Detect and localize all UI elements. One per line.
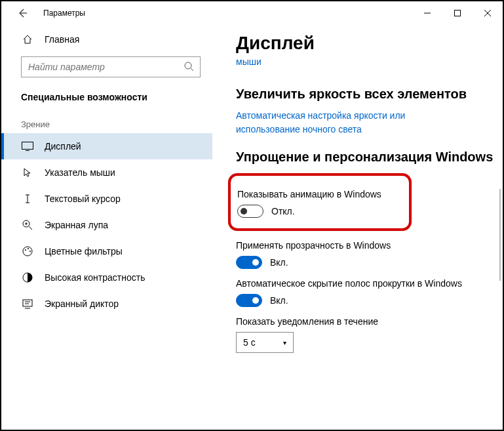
search-input[interactable] xyxy=(21,56,201,77)
sidebar-item-label: Экранный диктор xyxy=(45,298,119,309)
svg-line-5 xyxy=(191,68,193,71)
sidebar-item-narrator[interactable]: Экранный диктор xyxy=(1,291,212,317)
section-simplify-title: Упрощение и персонализация Windows xyxy=(236,148,497,165)
sidebar: Главная Специальные возможности Зрение Д… xyxy=(1,25,212,430)
close-button[interactable] xyxy=(473,3,503,23)
sidebar-item-label: Экранная лупа xyxy=(45,220,108,230)
back-button[interactable] xyxy=(13,4,31,22)
sidebar-item-label: Высокая контрастность xyxy=(45,272,145,283)
setting-scrollbars-label: Автоматическое скрытие полос прокрутки в… xyxy=(236,278,497,289)
cursor-icon xyxy=(21,167,34,178)
toggle-animations[interactable] xyxy=(237,205,263,218)
maximize-button[interactable] xyxy=(442,3,473,23)
contrast-icon xyxy=(21,272,34,283)
sidebar-item-high-contrast[interactable]: Высокая контрастность xyxy=(1,264,212,291)
sidebar-section: Специальные возможности xyxy=(1,80,212,108)
setting-animations-label: Показывать анимацию в Windows xyxy=(237,189,401,199)
setting-notifications-label: Показать уведомления в течение xyxy=(236,316,497,327)
dropdown-value: 5 с xyxy=(243,337,256,348)
narrator-icon xyxy=(21,298,34,309)
link-fragment[interactable]: мыши xyxy=(236,56,497,67)
sidebar-item-mouse-pointer[interactable]: Указатель мыши xyxy=(1,159,212,186)
sidebar-item-text-cursor[interactable]: Текстовый курсор xyxy=(1,186,212,212)
sidebar-home-label: Главная xyxy=(45,34,79,45)
search-icon xyxy=(184,61,194,72)
sidebar-item-magnifier[interactable]: Экранная лупа xyxy=(1,212,212,238)
sidebar-item-color-filters[interactable]: Цветные фильтры xyxy=(1,238,212,264)
highlight-box: Показывать анимацию в Windows Откл. xyxy=(228,173,412,231)
main-pane: Дисплей мыши Увеличить яркость всех элем… xyxy=(212,25,503,430)
page-title: Дисплей xyxy=(236,33,497,54)
text-cursor-icon xyxy=(21,194,34,204)
titlebar: Параметры xyxy=(1,1,503,25)
svg-rect-18 xyxy=(23,300,32,306)
sidebar-home[interactable]: Главная xyxy=(1,29,212,50)
svg-rect-6 xyxy=(22,142,33,150)
sidebar-item-label: Указатель мыши xyxy=(45,167,115,178)
minimize-button[interactable] xyxy=(412,3,442,23)
toggle-scrollbars[interactable] xyxy=(236,294,262,307)
sidebar-item-label: Дисплей xyxy=(45,141,81,152)
svg-point-4 xyxy=(185,62,191,69)
setting-transparency-label: Применять прозрачность в Windows xyxy=(236,240,497,251)
svg-rect-1 xyxy=(455,10,461,16)
sidebar-item-label: Текстовый курсор xyxy=(45,194,121,204)
home-icon xyxy=(21,34,34,45)
sidebar-item-display[interactable]: Дисплей xyxy=(1,133,212,159)
sidebar-item-label: Цветные фильтры xyxy=(45,246,123,257)
display-icon xyxy=(21,142,34,151)
svg-line-10 xyxy=(29,226,32,230)
toggle-transparency[interactable] xyxy=(236,256,262,269)
brightness-link[interactable]: Автоматическая настройка яркости или исп… xyxy=(236,109,472,136)
section-brightness-title: Увеличить яркость всех элементов xyxy=(236,85,497,102)
svg-point-15 xyxy=(28,248,29,249)
sidebar-group: Зрение xyxy=(1,108,212,133)
toggle-scrollbars-state: Вкл. xyxy=(270,295,288,306)
toggle-transparency-state: Вкл. xyxy=(270,257,288,268)
chevron-down-icon: ▾ xyxy=(283,339,286,346)
scrollbar[interactable] xyxy=(499,189,501,281)
toggle-animations-state: Откл. xyxy=(271,206,295,216)
svg-point-14 xyxy=(25,249,26,251)
magnifier-icon xyxy=(21,220,34,230)
svg-point-16 xyxy=(29,251,31,252)
window-title: Параметры xyxy=(43,9,85,18)
notifications-duration-dropdown[interactable]: 5 с ▾ xyxy=(236,332,294,353)
palette-icon xyxy=(21,246,34,257)
